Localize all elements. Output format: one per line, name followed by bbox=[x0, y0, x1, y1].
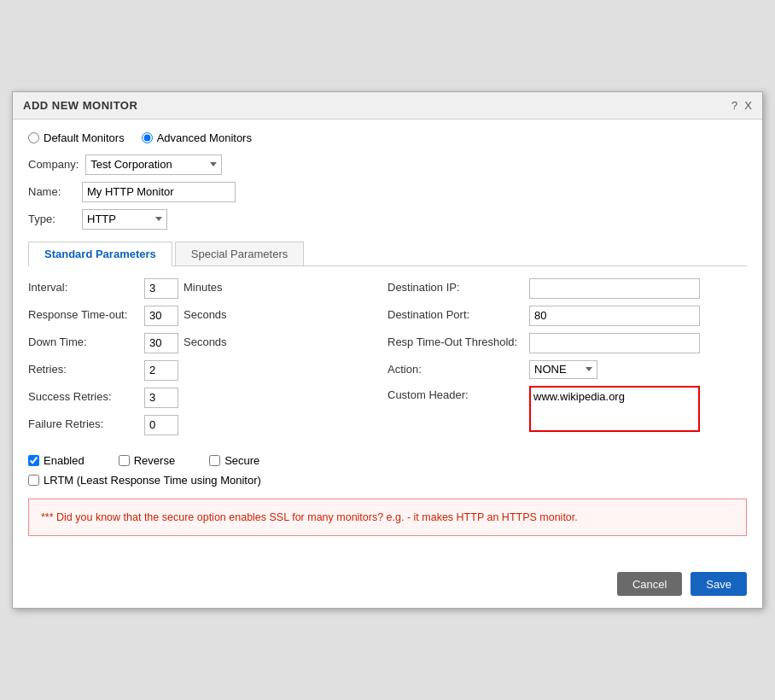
retries-input[interactable] bbox=[144, 360, 178, 381]
custom-header-label: Custom Header: bbox=[388, 386, 524, 401]
params-right: Destination IP: Destination Port: Resp T… bbox=[388, 278, 747, 442]
reverse-label: Reverse bbox=[134, 454, 175, 467]
response-timeout-input[interactable] bbox=[144, 306, 178, 326]
retries-row: Retries: bbox=[28, 360, 370, 381]
resp-timeout-threshold-row: Resp Time-Out Threshold: bbox=[388, 333, 730, 353]
default-monitors-label: Default Monitors bbox=[44, 131, 125, 144]
type-row: Type: HTTP bbox=[28, 209, 747, 230]
reverse-checkbox[interactable] bbox=[119, 455, 130, 466]
enabled-checkbox[interactable] bbox=[28, 455, 39, 466]
action-select[interactable]: NONE bbox=[529, 360, 597, 379]
lrtm-row: LRTM (Least Response Time using Monitor) bbox=[28, 474, 747, 487]
name-row: Name: bbox=[28, 182, 747, 202]
destination-port-label: Destination Port: bbox=[388, 306, 524, 321]
advanced-monitors-option[interactable]: Advanced Monitors bbox=[142, 131, 252, 144]
dialog-footer: Cancel Save bbox=[13, 563, 762, 608]
advanced-monitors-radio[interactable] bbox=[142, 132, 153, 143]
custom-header-row: Custom Header: www.wikipedia.org bbox=[388, 386, 730, 432]
info-box-text: *** Did you know that the secure option … bbox=[41, 511, 578, 523]
tab-special[interactable]: Special Parameters bbox=[175, 242, 304, 265]
type-label: Type: bbox=[28, 213, 75, 225]
down-time-row: Down Time: Seconds bbox=[28, 333, 370, 353]
params-grid: Interval: Minutes Response Time-out: Sec… bbox=[28, 278, 747, 442]
enabled-checkbox-item[interactable]: Enabled bbox=[28, 454, 84, 467]
failure-retries-row: Failure Retries: bbox=[28, 415, 370, 435]
action-row: Action: NONE bbox=[388, 360, 730, 379]
save-button[interactable]: Save bbox=[691, 572, 747, 596]
destination-ip-input[interactable] bbox=[529, 278, 700, 299]
failure-retries-input[interactable] bbox=[144, 415, 178, 435]
success-retries-row: Success Retries: bbox=[28, 388, 370, 408]
destination-port-row: Destination Port: bbox=[388, 306, 730, 326]
interval-row: Interval: Minutes bbox=[28, 278, 370, 299]
response-timeout-row: Response Time-out: Seconds bbox=[28, 306, 370, 326]
help-icon[interactable]: ? bbox=[731, 99, 737, 112]
tab-standard-label: Standard Parameters bbox=[44, 248, 156, 260]
monitor-type-selection: Default Monitors Advanced Monitors bbox=[28, 131, 747, 144]
name-input[interactable] bbox=[82, 182, 236, 202]
response-timeout-label: Response Time-out: bbox=[28, 306, 139, 321]
default-monitors-radio[interactable] bbox=[28, 132, 39, 143]
checkboxes-row: Enabled Reverse Secure bbox=[28, 454, 747, 467]
company-label: Company: bbox=[28, 158, 79, 171]
destination-ip-label: Destination IP: bbox=[388, 278, 524, 294]
failure-retries-label: Failure Retries: bbox=[28, 415, 139, 430]
success-retries-label: Success Retries: bbox=[28, 388, 139, 403]
interval-label: Interval: bbox=[28, 278, 139, 294]
success-retries-input[interactable] bbox=[144, 388, 178, 408]
retries-label: Retries: bbox=[28, 360, 139, 376]
info-box: *** Did you know that the secure option … bbox=[28, 499, 747, 537]
lrtm-checkbox-item[interactable]: LRTM (Least Response Time using Monitor) bbox=[28, 474, 261, 487]
default-monitors-option[interactable]: Default Monitors bbox=[28, 131, 125, 144]
company-row: Company: Test Corporation bbox=[28, 155, 747, 175]
enabled-label: Enabled bbox=[44, 454, 84, 467]
custom-header-input[interactable]: www.wikipedia.org bbox=[529, 386, 700, 432]
dialog-title: ADD NEW MONITOR bbox=[23, 99, 137, 112]
type-select[interactable]: HTTP bbox=[82, 209, 167, 230]
tab-special-label: Special Parameters bbox=[191, 248, 288, 260]
dialog-controls: ? X bbox=[731, 99, 752, 112]
secure-label: Secure bbox=[224, 454, 259, 467]
tab-standard[interactable]: Standard Parameters bbox=[28, 242, 172, 266]
advanced-monitors-label: Advanced Monitors bbox=[157, 131, 252, 144]
resp-timeout-threshold-input[interactable] bbox=[529, 333, 700, 353]
close-icon[interactable]: X bbox=[744, 99, 752, 112]
cancel-button[interactable]: Cancel bbox=[617, 572, 682, 596]
response-timeout-unit: Seconds bbox=[184, 306, 227, 321]
dialog-titlebar: ADD NEW MONITOR ? X bbox=[13, 92, 762, 120]
dialog-body: Default Monitors Advanced Monitors Compa… bbox=[13, 120, 762, 564]
down-time-input[interactable] bbox=[144, 333, 178, 353]
interval-unit: Minutes bbox=[184, 278, 223, 294]
params-left: Interval: Minutes Response Time-out: Sec… bbox=[28, 278, 388, 442]
down-time-unit: Seconds bbox=[184, 333, 227, 348]
destination-ip-row: Destination IP: bbox=[388, 278, 730, 299]
lrtm-checkbox[interactable] bbox=[28, 475, 39, 486]
resp-timeout-threshold-label: Resp Time-Out Threshold: bbox=[388, 333, 524, 348]
interval-input[interactable] bbox=[144, 278, 178, 299]
name-label: Name: bbox=[28, 185, 75, 198]
secure-checkbox-item[interactable]: Secure bbox=[209, 454, 259, 467]
secure-checkbox[interactable] bbox=[209, 455, 220, 466]
action-label: Action: bbox=[388, 360, 524, 376]
destination-port-input[interactable] bbox=[529, 306, 700, 326]
tab-bar: Standard Parameters Special Parameters bbox=[28, 242, 747, 266]
reverse-checkbox-item[interactable]: Reverse bbox=[119, 454, 175, 467]
add-new-monitor-dialog: ADD NEW MONITOR ? X Default Monitors Adv… bbox=[12, 91, 763, 610]
company-select[interactable]: Test Corporation bbox=[85, 155, 222, 175]
lrtm-label: LRTM (Least Response Time using Monitor) bbox=[44, 474, 261, 487]
down-time-label: Down Time: bbox=[28, 333, 139, 348]
